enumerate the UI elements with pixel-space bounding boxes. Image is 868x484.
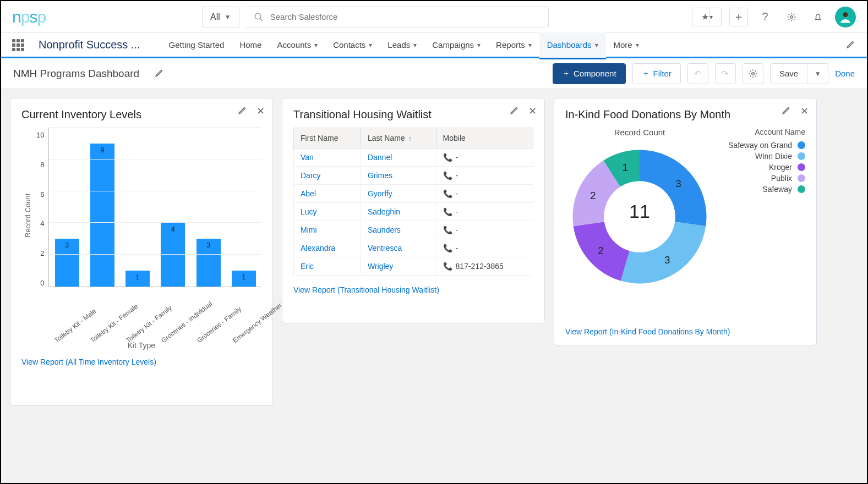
cell-first[interactable]: Van <box>294 148 361 167</box>
bar[interactable]: 1 <box>125 271 150 287</box>
tab-more[interactable]: More▾ <box>606 32 647 59</box>
cell-last[interactable]: Dannel <box>361 148 436 167</box>
tab-reports[interactable]: Reports▾ <box>488 32 539 59</box>
cell-first[interactable]: Eric <box>294 257 361 276</box>
redo-button[interactable]: ↷ <box>715 63 736 84</box>
tab-contacts[interactable]: Contacts▾ <box>325 32 380 59</box>
bell-icon <box>813 12 823 22</box>
add-button[interactable]: ＋ <box>729 8 748 26</box>
svg-point-2 <box>790 15 793 18</box>
tab-home[interactable]: Home <box>232 32 269 59</box>
redo-icon: ↷ <box>722 69 729 79</box>
legend-item[interactable]: Kroger <box>725 163 805 172</box>
cell-mobile[interactable]: 📞- <box>436 148 533 167</box>
chevron-down-icon: ▾ <box>477 41 481 49</box>
setup-button[interactable] <box>782 8 801 26</box>
legend-item[interactable]: Publix <box>725 174 805 183</box>
cell-mobile[interactable]: 📞- <box>436 239 533 257</box>
tab-campaigns[interactable]: Campaigns▾ <box>424 32 488 59</box>
tab-dashboards[interactable]: Dashboards▾ <box>539 32 606 59</box>
cell-mobile[interactable]: 📞- <box>436 167 533 185</box>
cell-last[interactable]: Saunders <box>361 221 436 239</box>
svg-point-0 <box>255 13 261 19</box>
col-last-name[interactable]: Last Name↑ <box>361 128 436 148</box>
app-launcher-icon[interactable] <box>12 39 24 51</box>
cell-last[interactable]: Wrigley <box>361 257 436 276</box>
tab-leads[interactable]: Leads▾ <box>380 32 424 59</box>
donut-center-label: Record Count <box>614 128 665 137</box>
cell-first[interactable]: Mimi <box>294 221 361 239</box>
edit-card-button[interactable] <box>238 105 248 117</box>
tab-label: Accounts <box>277 40 311 50</box>
tab-label: Contacts <box>333 40 365 50</box>
bar-value: 1 <box>242 273 245 281</box>
tab-getting-started[interactable]: Getting Started <box>161 32 232 59</box>
cell-mobile[interactable]: 📞- <box>436 221 533 239</box>
save-menu-button[interactable]: ▼ <box>807 63 828 84</box>
chevron-down-icon: ▾ <box>636 41 639 49</box>
tab-label: Dashboards <box>547 40 592 50</box>
cell-last[interactable]: Gyorffy <box>361 185 436 203</box>
bar[interactable]: 4 <box>161 223 185 287</box>
search-input[interactable] <box>270 12 541 21</box>
cell-first[interactable]: Darcy <box>294 167 361 185</box>
pencil-icon <box>238 105 248 115</box>
star-icon: ★ <box>701 12 709 22</box>
view-report-link[interactable]: View Report (In-Kind Food Donations By M… <box>565 327 805 336</box>
cell-last[interactable]: Sadeghin <box>361 203 436 221</box>
edit-card-button[interactable] <box>510 105 520 117</box>
chevron-down-icon: ▾ <box>314 41 318 49</box>
done-button[interactable]: Done <box>835 69 855 78</box>
remove-card-button[interactable]: ✕ <box>800 105 809 117</box>
search-scope-label: All <box>210 12 220 22</box>
edit-nav-button[interactable] <box>846 39 856 51</box>
bar-value: 1 <box>135 273 139 281</box>
cell-mobile[interactable]: 📞- <box>436 203 533 221</box>
favorites-button[interactable]: ★▾ <box>692 8 722 26</box>
col-first-name[interactable]: First Name <box>294 128 361 148</box>
legend-item[interactable]: Safeway <box>725 185 805 194</box>
legend-label: Winn Dixie <box>755 152 792 161</box>
cell-last[interactable]: Grimes <box>361 167 436 185</box>
bar[interactable]: 3 <box>196 239 221 287</box>
save-button[interactable]: Save <box>770 63 807 84</box>
legend-item[interactable]: Winn Dixie <box>725 152 805 161</box>
legend-item[interactable]: Safeway on Grand <box>725 141 805 150</box>
remove-card-button[interactable]: ✕ <box>528 105 537 117</box>
cell-first[interactable]: Lucy <box>294 203 361 221</box>
help-button[interactable]: ? <box>756 8 774 26</box>
cell-first[interactable]: Abel <box>294 185 361 203</box>
user-avatar[interactable] <box>835 7 856 28</box>
add-component-button[interactable]: ＋Component <box>553 63 626 84</box>
legend-label: Safeway on Grand <box>728 141 792 150</box>
legend-label: Publix <box>771 174 792 183</box>
add-filter-button[interactable]: ＋Filter <box>632 63 681 84</box>
edit-card-button[interactable] <box>782 105 791 117</box>
slice-value: 1 <box>622 162 628 173</box>
settings-button[interactable] <box>743 63 763 84</box>
view-report-link[interactable]: View Report (Transitional Housing Waitli… <box>293 285 533 294</box>
slice-value: 2 <box>598 245 604 256</box>
bar[interactable]: 3 <box>55 239 79 287</box>
cell-mobile[interactable]: 📞- <box>436 185 533 203</box>
cell-mobile[interactable]: 📞817-212-3865 <box>436 257 533 276</box>
cell-last[interactable]: Ventresca <box>361 239 436 257</box>
notifications-button[interactable] <box>809 8 827 26</box>
donut-slice[interactable] <box>621 222 706 283</box>
bar[interactable]: 9 <box>90 144 114 287</box>
remove-card-button[interactable]: ✕ <box>256 105 265 117</box>
bar[interactable]: 1 <box>232 271 256 287</box>
table-row: LucySadeghin📞- <box>294 203 533 221</box>
cell-first[interactable]: Alexandra <box>294 239 361 257</box>
pencil-icon <box>846 39 856 49</box>
view-report-link[interactable]: View Report (All Time Inventory Levels) <box>21 358 261 366</box>
search-box[interactable] <box>246 7 549 28</box>
chevron-down-icon: ▼ <box>815 70 821 78</box>
search-scope[interactable]: All ▼ <box>202 7 239 28</box>
col-mobile[interactable]: Mobile <box>436 128 533 148</box>
edit-title-button[interactable] <box>155 68 165 80</box>
undo-button[interactable]: ↶ <box>687 63 708 84</box>
tab-accounts[interactable]: Accounts▾ <box>269 32 325 59</box>
bar-value: 3 <box>65 241 69 249</box>
close-icon: ✕ <box>528 106 537 117</box>
